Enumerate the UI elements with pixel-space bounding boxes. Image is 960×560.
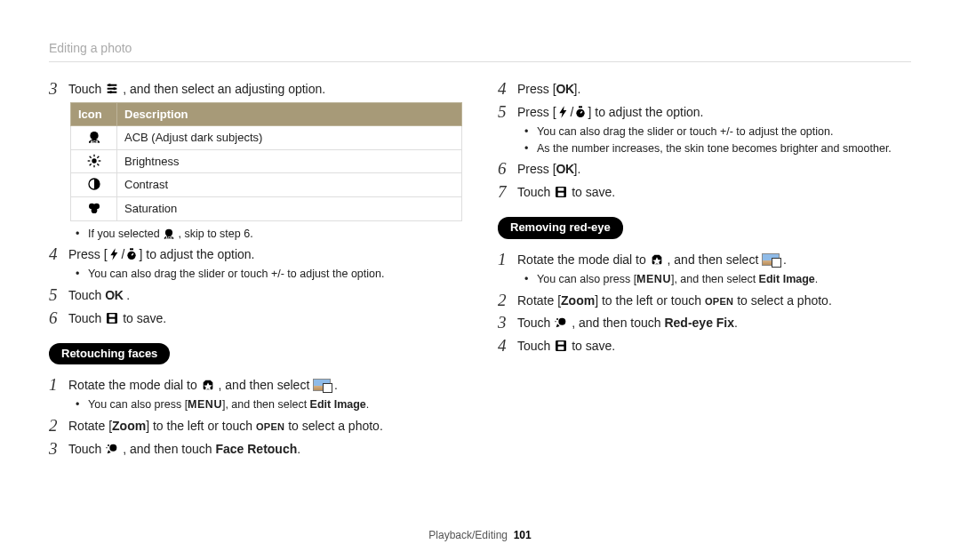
- flash-icon: [108, 247, 122, 261]
- th-icon: Icon: [71, 102, 117, 126]
- substep: You can also drag the slider or touch +/…: [524, 124, 911, 140]
- step-3: 3 Touch , and then select an adjusting o…: [49, 80, 462, 99]
- table-row: ACB (Adjust dark subjects): [71, 126, 462, 150]
- image-thumbnail-icon: [762, 253, 780, 266]
- timer-icon: [124, 247, 139, 261]
- step-4: 4 Press [OK].: [498, 80, 911, 99]
- contrast-icon: [87, 177, 101, 191]
- redeye-step-1: 1 Rotate the mode dial to , and then sel…: [498, 251, 911, 269]
- heading-retouching-faces: Retouching faces: [49, 343, 170, 365]
- flash-icon: [556, 105, 571, 119]
- acb-icon: [87, 130, 101, 144]
- retouch-step-3: 3 Touch , and then touch Face Retouch.: [49, 440, 462, 459]
- page-number: 101: [514, 529, 532, 541]
- step-number: 3: [49, 80, 68, 99]
- mode-dial-icon: [201, 378, 215, 392]
- step-4: 4 Press [/] to adjust the option.: [49, 245, 462, 264]
- step-6: 6 Touch to save.: [49, 309, 462, 328]
- brightness-icon: [87, 154, 101, 168]
- retouch-step-1: 1 Rotate the mode dial to , and then sel…: [49, 376, 462, 395]
- save-icon: [554, 339, 568, 353]
- step-5: 5 Press [/] to adjust the option.: [498, 103, 911, 122]
- substep: If you selected , skip to step 6.: [76, 227, 462, 242]
- timer-icon: [573, 105, 588, 119]
- table-row: Brightness: [71, 149, 462, 173]
- substep: You can also press [MENU], and then sele…: [524, 272, 911, 287]
- icon-description-table: Icon Description ACB (Adjust dark subjec…: [70, 102, 462, 221]
- menu-label: MENU: [636, 273, 671, 285]
- step-7: 7 Touch to save.: [498, 183, 911, 202]
- substep: You can also drag the slider or touch +/…: [76, 267, 462, 282]
- adjust-icon: [105, 82, 119, 96]
- redeye-step-2: 2 Rotate [Zoom] to the left or touch OPE…: [498, 292, 911, 310]
- redeye-step-3: 3 Touch , and then touch Red-eye Fix.: [498, 314, 911, 332]
- right-column: 4 Press [OK]. 5 Press [/] to adjust the …: [498, 76, 911, 461]
- ok-label: OK: [556, 82, 574, 96]
- mode-dial-icon: [650, 252, 664, 267]
- menu-label: MENU: [188, 398, 222, 411]
- saturation-icon: [87, 201, 101, 215]
- step-6: 6 Press [OK].: [498, 160, 911, 179]
- heading-removing-red-eye: Removing red-eye: [498, 217, 623, 239]
- table-row: Saturation: [71, 196, 462, 220]
- page-topic: Editing a photo: [49, 40, 911, 62]
- acb-icon: [163, 228, 175, 240]
- left-column: 3 Touch , and then select an adjusting o…: [49, 76, 462, 461]
- ok-label: OK: [556, 162, 574, 176]
- ok-label: OK: [105, 288, 123, 302]
- th-desc: Description: [117, 102, 462, 126]
- table-row: Contrast: [71, 173, 462, 197]
- redeye-step-4: 4 Touch to save.: [498, 337, 911, 356]
- retouch-icon: [105, 442, 119, 456]
- step-5: 5 Touch OK .: [49, 286, 462, 305]
- image-thumbnail-icon: [313, 379, 331, 391]
- page-footer: Playback/Editing 101: [0, 528, 960, 542]
- substep: You can also press [MENU], and then sele…: [76, 397, 462, 412]
- substep: As the number increases, the skin tone b…: [524, 141, 911, 156]
- save-icon: [554, 185, 568, 199]
- retouch-icon: [554, 316, 568, 330]
- save-icon: [105, 311, 119, 325]
- step-text: Touch , and then select an adjusting opt…: [68, 80, 462, 98]
- retouch-step-2: 2 Rotate [Zoom] to the left or touch OPE…: [49, 417, 462, 436]
